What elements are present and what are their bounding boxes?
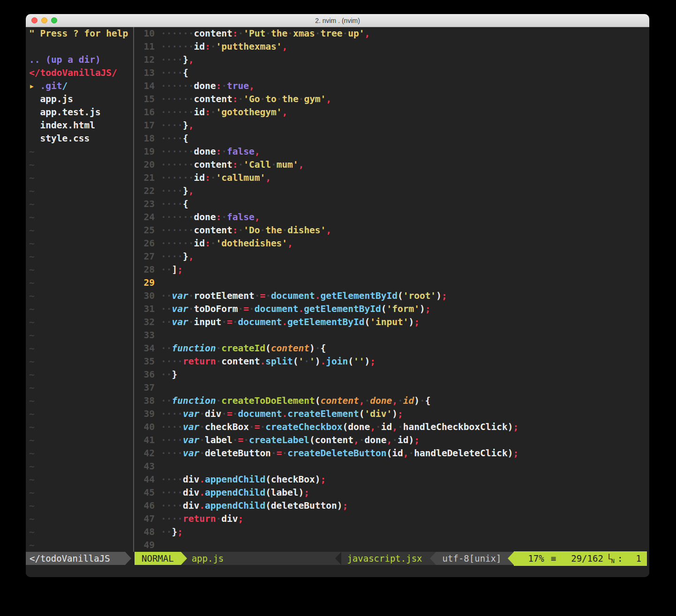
- code-line[interactable]: 32··var·input·=·document.getElementById(…: [134, 316, 649, 329]
- code-line[interactable]: 39····var·div·=·document.createElement('…: [134, 408, 649, 421]
- empty-line-tilde: ~: [29, 237, 133, 250]
- line-number: 47: [134, 512, 155, 526]
- window-titlebar[interactable]: 2. nvim . (nvim): [26, 14, 649, 27]
- code-line[interactable]: 28··];: [134, 263, 649, 276]
- code-line[interactable]: 10······content:·'Put·the·xmas·tree·up',: [134, 27, 649, 40]
- code-line[interactable]: 40····var·checkBox·=·createCheckbox(done…: [134, 421, 649, 434]
- line-text: ······content:·'Do·the·dishes',: [161, 224, 331, 237]
- code-area: 10······content:·'Put·the·xmas·tree·up',…: [134, 27, 649, 552]
- code-line[interactable]: 45····div.appendChild(label);: [134, 486, 649, 499]
- code-line[interactable]: 17····},: [134, 119, 649, 132]
- code-line[interactable]: 25······content:·'Do·the·dishes',: [134, 224, 649, 237]
- code-line[interactable]: 24······done:·false,: [134, 211, 649, 224]
- code-line[interactable]: 14······done:·true,: [134, 80, 649, 93]
- collapsed-arrow-icon[interactable]: ▸: [29, 81, 40, 91]
- line-number: 48: [134, 526, 155, 539]
- line-text: ····var·label·=·createLabel(content,·don…: [161, 434, 420, 447]
- code-line[interactable]: 48··};: [134, 526, 649, 539]
- vim-command-line[interactable]: [26, 565, 649, 577]
- cursor-column: 1: [636, 552, 641, 565]
- traffic-lights: [31, 14, 57, 27]
- code-line[interactable]: 18····{: [134, 132, 649, 145]
- line-number: 29: [134, 276, 155, 289]
- code-line[interactable]: 46····div.appendChild(deleteButton);: [134, 499, 649, 512]
- line-number: 49: [134, 539, 155, 552]
- line-text: ····var·div·=·document.createElement('di…: [161, 408, 403, 421]
- statusline-encoding: utf-8[unix]: [436, 552, 508, 565]
- tree-item-file[interactable]: style.css: [29, 132, 133, 145]
- code-line[interactable]: 49: [134, 539, 649, 552]
- line-number: 16: [134, 106, 155, 119]
- dir-name: .git: [40, 81, 62, 91]
- line-number: 40: [134, 421, 155, 434]
- trigram-icon: ≡: [551, 552, 556, 565]
- tree-item-file[interactable]: app.js: [29, 93, 133, 106]
- code-line[interactable]: 44····div.appendChild(checkBox);: [134, 473, 649, 486]
- line-number: 46: [134, 499, 155, 512]
- empty-line-tilde: ~: [29, 486, 133, 499]
- code-line[interactable]: 34··function·createId(content)·{: [134, 342, 649, 355]
- code-line[interactable]: 20······content:·'Call·mum',: [134, 158, 649, 171]
- empty-line-tilde: ~: [29, 394, 133, 408]
- tree-item-dir[interactable]: ▸ .git/: [29, 80, 133, 93]
- code-line[interactable]: 11······id:·'putthexmas',: [134, 40, 649, 53]
- code-line[interactable]: 27····},: [134, 250, 649, 263]
- line-text: ······done:·false,: [161, 145, 260, 158]
- code-line[interactable]: 47····return·div;: [134, 512, 649, 526]
- line-text: ····var·deleteButton·=·createDeleteButto…: [161, 447, 518, 460]
- empty-line-tilde: ~: [29, 289, 133, 303]
- zoom-button[interactable]: [51, 17, 57, 23]
- powerline-arrow-icon: [508, 552, 514, 565]
- code-line[interactable]: 41····var·label·=·createLabel(content,·d…: [134, 434, 649, 447]
- scroll-percent: 17%: [528, 552, 544, 565]
- code-line[interactable]: 42····var·deleteButton·=·createDeleteBut…: [134, 447, 649, 460]
- code-line[interactable]: 33: [134, 329, 649, 342]
- file-name: index.html: [29, 120, 95, 131]
- code-line[interactable]: 12····},: [134, 53, 649, 67]
- code-line[interactable]: 30··var·rootElement·=·document.getElemen…: [134, 289, 649, 303]
- code-line[interactable]: 37: [134, 381, 649, 394]
- line-text: ··function·createId(content)·{: [161, 342, 326, 355]
- empty-line-tilde: ~: [29, 185, 133, 198]
- empty-line-tilde: ~: [29, 526, 133, 539]
- statusline-filetype: javascript.jsx: [347, 552, 429, 565]
- line-text: ······id:·'callmum',: [161, 171, 271, 185]
- code-line[interactable]: 13····{: [134, 67, 649, 80]
- line-number: 44: [134, 473, 155, 486]
- line-number: 45: [134, 486, 155, 499]
- powerline-arrow-icon: [335, 552, 341, 565]
- line-number: 28: [134, 263, 155, 276]
- code-line[interactable]: 26······id:·'dothedishes',: [134, 237, 649, 250]
- line-text: ····{: [161, 198, 188, 211]
- code-line[interactable]: 29: [134, 276, 649, 289]
- file-tree-entries: ▸ .git/ app.js app.test.js index.html st…: [29, 80, 133, 145]
- code-line[interactable]: 31··var·toDoForm·=·document.getElementBy…: [134, 303, 649, 316]
- desktop: 2. nvim . (nvim) " Press ? for help .. (…: [0, 0, 676, 616]
- close-button[interactable]: [31, 17, 38, 23]
- tree-root[interactable]: </todoVanillaJS/: [29, 67, 133, 80]
- line-text: ··var·toDoForm·=·document.getElementById…: [161, 303, 430, 316]
- code-line[interactable]: 16······id:·'gotothegym',: [134, 106, 649, 119]
- tree-item-file[interactable]: index.html: [29, 119, 133, 132]
- code-line[interactable]: 23····{: [134, 198, 649, 211]
- code-line[interactable]: 15······content:·'Go·to·the·gym',: [134, 93, 649, 106]
- code-line[interactable]: 22····},: [134, 185, 649, 198]
- statusline: </todoVanillaJS NORMAL app.js javascript…: [26, 552, 649, 565]
- code-line[interactable]: 38··function·createToDoElement(content,·…: [134, 394, 649, 408]
- line-number: 25: [134, 224, 155, 237]
- line-number: 19: [134, 145, 155, 158]
- line-text: ······done:·false,: [161, 211, 260, 224]
- tree-item-file[interactable]: app.test.js: [29, 106, 133, 119]
- tree-item-up-dir[interactable]: .. (up a dir): [29, 53, 133, 67]
- line-number: 33: [134, 329, 155, 342]
- vim-mode-indicator: NORMAL: [135, 552, 181, 565]
- line-number: 14: [134, 80, 155, 93]
- code-line[interactable]: 35····return·content.split('·').join('')…: [134, 355, 649, 368]
- code-line[interactable]: 43: [134, 460, 649, 473]
- line-text: ····return·div;: [161, 512, 243, 526]
- code-line[interactable]: 19······done:·false,: [134, 145, 649, 158]
- code-line[interactable]: 36··}: [134, 368, 649, 381]
- statusline-gap: [131, 552, 135, 565]
- code-line[interactable]: 21······id:·'callmum',: [134, 171, 649, 185]
- minimize-button[interactable]: [41, 17, 47, 23]
